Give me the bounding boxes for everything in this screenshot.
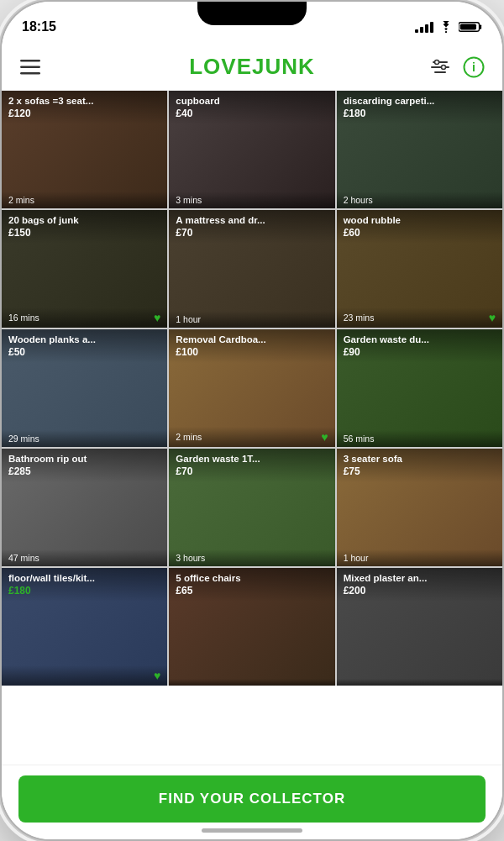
grid-item-bottom	[337, 679, 502, 686]
grid-item-time: 23 mins	[344, 313, 375, 323]
grid-item-overlay: floor/wall tiles/kit...£180	[2, 568, 167, 602]
grid-item-title: Wooden planks a...	[8, 334, 160, 346]
grid-item-overlay: cupboard£40	[169, 91, 334, 124]
grid-item[interactable]: Bathroom rip out£28547 mins	[2, 449, 167, 566]
grid-item-overlay: 5 office chairs£65	[169, 568, 334, 602]
grid-item-time: 3 mins	[176, 195, 202, 205]
grid-item-time: 1 hour	[344, 553, 369, 563]
grid-item-title: A mattress and dr...	[176, 215, 328, 227]
grid-item-bottom: 1 hour	[337, 549, 502, 566]
grid-item-overlay: wood rubble£60	[337, 210, 502, 244]
grid-item-price: £285	[8, 465, 160, 477]
grid-item-title: Mixed plaster an...	[344, 573, 496, 585]
grid-item[interactable]: Mixed plaster an...£200	[337, 568, 502, 686]
grid-item-overlay: Garden waste 1T...£70	[169, 449, 334, 482]
heart-icon: ♥	[489, 311, 496, 324]
app-logo: LOVEJUNK	[189, 54, 315, 80]
grid-item-overlay: 3 seater sofa£75	[337, 449, 502, 482]
grid-item-price: £75	[344, 465, 496, 477]
phone-frame: 18:15	[0, 0, 504, 841]
svg-text:i: i	[472, 60, 475, 74]
filter-button[interactable]	[428, 55, 452, 79]
grid-item-title: Bathroom rip out	[8, 454, 160, 465]
grid-item[interactable]: wood rubble£6023 mins♥	[337, 210, 502, 328]
grid-item-bottom: 29 mins	[2, 430, 167, 447]
svg-point-10	[435, 60, 439, 64]
grid-item-title: Garden waste du...	[344, 334, 496, 346]
grid-item[interactable]: floor/wall tiles/kit...£180♥	[2, 568, 167, 686]
grid-item-time: 2 mins	[8, 195, 34, 205]
grid-item-bottom: 3 mins	[169, 192, 334, 208]
grid-item-overlay: 2 x sofas =3 seat...£120	[2, 91, 167, 124]
menu-button[interactable]	[18, 55, 42, 79]
grid-item-bottom: 2 mins	[2, 192, 167, 208]
app-header: LOVEJUNK i	[2, 44, 502, 91]
svg-rect-3	[460, 24, 476, 30]
grid-item[interactable]: Wooden planks a...£5029 mins	[2, 329, 167, 447]
grid-item-bottom: 47 mins	[2, 549, 167, 566]
grid-item-price: £70	[176, 465, 328, 477]
grid-item-time: 47 mins	[8, 553, 39, 563]
grid-item-overlay: Garden waste du...£90	[337, 329, 502, 363]
grid-item[interactable]: A mattress and dr...£701 hour	[169, 210, 334, 328]
heart-icon: ♥	[154, 311, 160, 324]
grid-item-bottom: 3 hours	[169, 549, 334, 566]
phone-screen: 18:15	[2, 2, 502, 839]
grid-item[interactable]: 2 x sofas =3 seat...£1202 mins	[2, 91, 167, 208]
grid-item-price: £120	[8, 108, 160, 119]
grid-item[interactable]: 3 seater sofa£751 hour	[337, 449, 502, 566]
grid-item-overlay: Wooden planks a...£50	[2, 329, 167, 363]
grid-item-price: £200	[344, 585, 496, 597]
grid-item-price: £90	[344, 346, 496, 358]
battery-icon	[459, 21, 482, 33]
grid-item-price: £70	[176, 227, 328, 239]
grid-item-overlay: Removal Cardboa...£100	[169, 329, 334, 363]
grid-item[interactable]: Garden waste 1T...£703 hours	[169, 449, 334, 566]
find-collector-button[interactable]: FIND YOUR COLLECTOR	[18, 775, 486, 823]
grid-item-title: discarding carpeti...	[344, 96, 496, 108]
grid-item[interactable]: cupboard£403 mins	[169, 91, 334, 208]
header-actions: i	[428, 55, 486, 79]
grid-item-time: 2 mins	[176, 432, 202, 442]
grid-item-title: floor/wall tiles/kit...	[8, 573, 160, 585]
grid-item-bottom: ♥	[2, 665, 167, 686]
status-time: 18:15	[22, 19, 56, 34]
svg-rect-6	[20, 72, 40, 75]
grid-item-price: £60	[344, 227, 496, 239]
grid-item-bottom: 2 mins♥	[169, 427, 334, 447]
grid-item-bottom	[169, 679, 334, 686]
grid-item-time: 29 mins	[8, 434, 39, 444]
content-area: 2 x sofas =3 seat...£1202 minscupboard£4…	[2, 91, 502, 839]
grid-item-bottom: 56 mins	[337, 430, 502, 447]
grid-item-price: £100	[176, 346, 328, 358]
grid-item-title: 3 seater sofa	[344, 454, 496, 465]
signal-bars-icon	[415, 22, 433, 33]
grid-item[interactable]: discarding carpeti...£1802 hours	[337, 91, 502, 208]
grid-item-title: 5 office chairs	[176, 573, 328, 585]
grid-item-time: 56 mins	[344, 434, 375, 444]
items-grid: 2 x sofas =3 seat...£1202 minscupboard£4…	[2, 91, 502, 686]
svg-rect-4	[20, 60, 40, 62]
grid-item[interactable]: Removal Cardboa...£1002 mins♥	[169, 329, 334, 447]
grid-item-bottom: 2 hours	[337, 192, 502, 208]
grid-item-title: Removal Cardboa...	[176, 334, 328, 346]
grid-item[interactable]: 20 bags of junk£15016 mins♥	[2, 210, 167, 328]
info-button[interactable]: i	[462, 55, 486, 79]
grid-item-time: 3 hours	[176, 553, 205, 563]
grid-item-price: £65	[176, 585, 328, 597]
grid-item-price: £50	[8, 346, 160, 358]
grid-item-price: £150	[8, 227, 160, 239]
svg-rect-5	[20, 66, 40, 68]
grid-item-price: £180	[8, 585, 160, 597]
grid-item-time: 16 mins	[8, 313, 39, 323]
heart-icon: ♥	[154, 669, 160, 682]
notch	[197, 2, 307, 25]
grid-item[interactable]: Garden waste du...£9056 mins	[337, 329, 502, 447]
grid-item-time: 1 hour	[176, 314, 201, 324]
svg-point-11	[442, 65, 446, 69]
grid-wrapper: 2 x sofas =3 seat...£1202 minscupboard£4…	[2, 91, 502, 765]
grid-item[interactable]: 5 office chairs£65	[169, 568, 334, 686]
home-indicator	[202, 828, 302, 833]
svg-rect-2	[480, 24, 482, 29]
grid-item-bottom: 23 mins♥	[337, 307, 502, 328]
